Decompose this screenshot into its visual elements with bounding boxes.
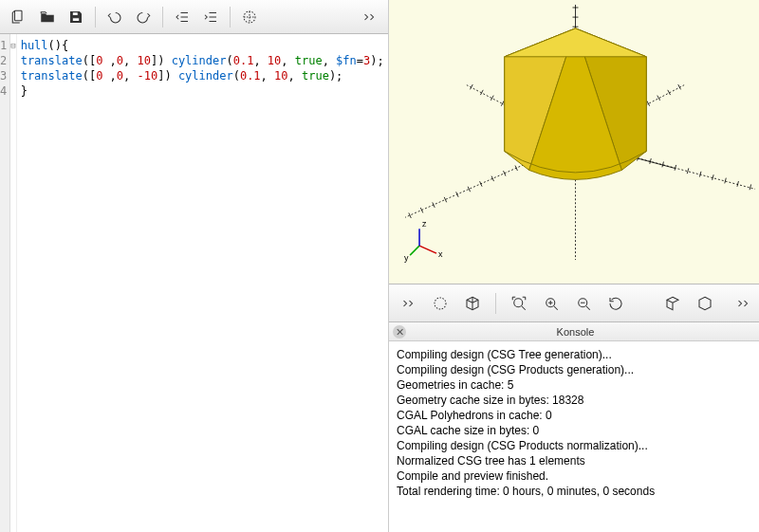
svg-line-44: [504, 171, 506, 175]
axis-y-label: y: [404, 253, 409, 263]
reset-view-button[interactable]: [602, 291, 629, 316]
open-file-button[interactable]: [34, 5, 61, 29]
toolbar-separator: [95, 7, 96, 28]
editor-pane: 1234 ⊟ hull(){translate([0 ,0, 10]) cyli…: [0, 0, 389, 532]
console-close-button[interactable]: ✕: [393, 325, 406, 339]
view-overflow-right-button[interactable]: [730, 291, 756, 316]
svg-point-76: [435, 298, 446, 309]
new-file-button[interactable]: [6, 5, 32, 29]
svg-line-47: [468, 187, 470, 192]
render-button[interactable]: [427, 291, 454, 316]
svg-line-59: [647, 101, 650, 105]
preview-button[interactable]: [236, 5, 263, 29]
axis-z-label: z: [422, 219, 427, 229]
indent-button[interactable]: [197, 5, 224, 29]
console-titlebar: ✕ Konsole: [389, 322, 759, 341]
svg-line-38: [750, 184, 751, 190]
view-right-button[interactable]: [659, 291, 686, 316]
zoom-in-button[interactable]: [538, 291, 565, 316]
svg-point-77: [514, 298, 523, 306]
view-front-button[interactable]: [692, 291, 718, 316]
svg-line-46: [480, 181, 482, 186]
view-overflow-left-button[interactable]: [395, 291, 421, 316]
unindent-button[interactable]: [169, 5, 195, 29]
svg-line-51: [420, 208, 422, 212]
toolbar-separator: [230, 7, 231, 28]
undo-button[interactable]: [102, 5, 128, 29]
svg-rect-2: [72, 17, 80, 21]
svg-rect-1: [72, 11, 78, 15]
svg-line-37: [737, 181, 739, 187]
svg-rect-0: [15, 10, 23, 21]
right-pane: x y z ✕ Konsole Compiling design (CSG Tr…: [389, 0, 759, 532]
view-cube-button[interactable]: [459, 291, 486, 316]
code-area[interactable]: hull(){translate([0 ,0, 10]) cylinder(0.…: [17, 34, 388, 532]
redo-button[interactable]: [130, 5, 157, 29]
svg-line-36: [725, 178, 727, 184]
svg-line-49: [444, 197, 446, 202]
svg-line-33: [687, 168, 689, 174]
line-number-gutter: 1234: [0, 34, 10, 532]
axis-x-label: x: [438, 249, 443, 259]
console-output[interactable]: Compiling design (CSG Tree generation)..…: [389, 341, 759, 532]
view-toolbar: [389, 284, 759, 322]
zoom-out-button[interactable]: [570, 291, 597, 316]
console-title-text: Konsole: [557, 326, 595, 338]
console-panel: ✕ Konsole Compiling design (CSG Tree gen…: [389, 322, 759, 532]
toolbar-overflow-button[interactable]: [356, 5, 382, 29]
save-file-button[interactable]: [63, 5, 89, 29]
svg-line-31: [662, 162, 664, 168]
toolbar-separator: [495, 293, 496, 314]
svg-line-74: [410, 246, 419, 255]
code-editor[interactable]: 1234 ⊟ hull(){translate([0 ,0, 10]) cyli…: [0, 34, 388, 532]
svg-line-69: [501, 101, 504, 105]
svg-line-73: [419, 246, 436, 253]
3d-viewport[interactable]: x y z: [389, 0, 759, 284]
editor-toolbar: [0, 0, 388, 34]
toolbar-separator: [162, 7, 163, 28]
zoom-fit-button[interactable]: [506, 291, 532, 316]
